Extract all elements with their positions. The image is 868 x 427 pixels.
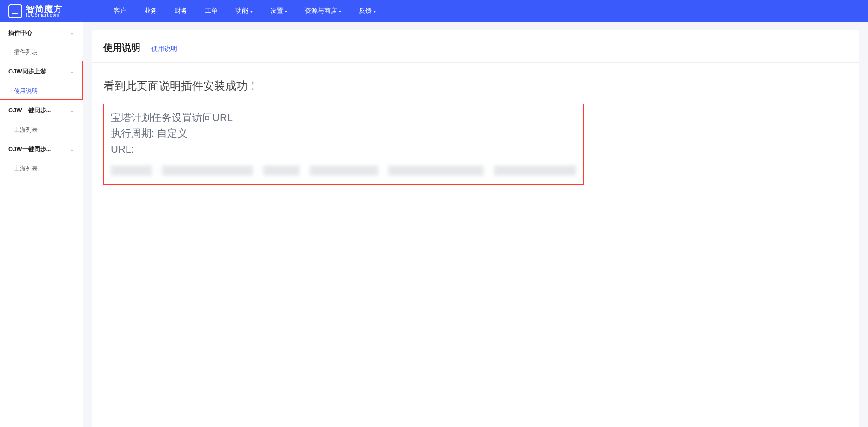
sidebar-group-title: 插件中心 (8, 29, 32, 37)
tab-usage-instructions[interactable]: 使用说明 (151, 45, 177, 53)
nav-label: 资源与商店 (305, 7, 337, 15)
nav-label: 财务 (175, 7, 187, 15)
chevron-down-icon: ⌄ (70, 146, 74, 152)
nav-label: 反馈 (359, 7, 372, 15)
sidebar-item-upstream-list[interactable]: 上游列表 (0, 121, 83, 139)
nav-label: 工单 (205, 7, 218, 15)
chevron-down-icon: ▾ (339, 9, 341, 14)
sidebar-group-ojw-onekey-sync-1: OJW一键同步... ⌄ 上游列表 (0, 100, 83, 139)
install-success-text: 看到此页面说明插件安装成功！ (103, 79, 848, 93)
chevron-down-icon: ▾ (374, 9, 376, 14)
redacted-url (111, 164, 576, 177)
sidebar-item-upstream-list-2[interactable]: 上游列表 (0, 160, 83, 177)
sidebar: 插件中心 ⌄ 插件列表 OJW同步上游... ⌄ 使用说明 OJW一键同步...… (0, 22, 83, 427)
sidebar-group-ojw-onekey-sync-2: OJW一键同步... ⌄ 上游列表 (0, 139, 83, 177)
sidebar-group-title: OJW一键同步... (8, 106, 51, 115)
brand-logo-icon (8, 4, 22, 18)
content-card: 使用说明 使用说明 看到此页面说明插件安装成功！ 宝塔计划任务设置访问URL 执… (92, 30, 859, 427)
chevron-down-icon: ▾ (285, 9, 287, 14)
sidebar-group-header[interactable]: OJW一键同步... ⌄ (0, 139, 83, 160)
nav-business[interactable]: 业务 (144, 7, 157, 15)
chevron-down-icon: ⌄ (70, 68, 74, 75)
page-header: 使用说明 使用说明 (103, 42, 848, 59)
sidebar-group-title: OJW一键同步... (8, 145, 51, 153)
sidebar-group-plugin-center: 插件中心 ⌄ 插件列表 (0, 22, 83, 61)
nav-finance[interactable]: 财务 (175, 7, 187, 15)
chevron-down-icon: ⌄ (70, 30, 74, 36)
sidebar-item-usage-instructions[interactable]: 使用说明 (0, 82, 83, 100)
nav-label: 业务 (144, 7, 157, 15)
nav-label: 功能 (235, 7, 248, 15)
nav-features[interactable]: 功能▾ (235, 7, 253, 15)
info-line-period: 执行周期: 自定义 (111, 126, 576, 141)
cron-info-box: 宝塔计划任务设置访问URL 执行周期: 自定义 URL: (103, 104, 584, 185)
nav-tickets[interactable]: 工单 (205, 7, 218, 15)
info-line-url-label: URL: (111, 141, 576, 157)
sidebar-group-ojw-sync-upstream: OJW同步上游... ⌄ 使用说明 (0, 61, 83, 100)
brand-name-en: IDCSmart.com (26, 13, 63, 18)
nav-label: 客户 (114, 7, 127, 15)
page-title: 使用说明 (103, 42, 140, 54)
sidebar-group-title: OJW同步上游... (8, 67, 51, 76)
sidebar-item-plugin-list[interactable]: 插件列表 (0, 43, 83, 61)
chevron-down-icon: ⌄ (70, 107, 74, 114)
main-area: 使用说明 使用说明 看到此页面说明插件安装成功！ 宝塔计划任务设置访问URL 执… (83, 22, 868, 427)
top-nav: 客户 业务 财务 工单 功能▾ 设置▾ 资源与商店▾ 反馈▾ (114, 7, 376, 15)
brand-logo-text: 智简魔方 IDCSmart.com (26, 5, 63, 18)
brand-logo[interactable]: 智简魔方 IDCSmart.com (8, 4, 63, 18)
chevron-down-icon: ▾ (250, 9, 253, 14)
info-line-url-title: 宝塔计划任务设置访问URL (111, 110, 576, 126)
nav-customers[interactable]: 客户 (114, 7, 127, 15)
nav-feedback[interactable]: 反馈▾ (359, 7, 376, 15)
topbar: 智简魔方 IDCSmart.com 客户 业务 财务 工单 功能▾ 设置▾ 资源… (0, 0, 868, 22)
nav-label: 设置 (270, 7, 283, 15)
sidebar-group-header[interactable]: OJW同步上游... ⌄ (0, 61, 83, 82)
nav-store[interactable]: 资源与商店▾ (305, 7, 341, 15)
nav-settings[interactable]: 设置▾ (270, 7, 287, 15)
layout: 插件中心 ⌄ 插件列表 OJW同步上游... ⌄ 使用说明 OJW一键同步...… (0, 22, 868, 427)
sidebar-group-header[interactable]: OJW一键同步... ⌄ (0, 100, 83, 121)
divider (92, 62, 859, 63)
sidebar-group-header[interactable]: 插件中心 ⌄ (0, 22, 83, 43)
